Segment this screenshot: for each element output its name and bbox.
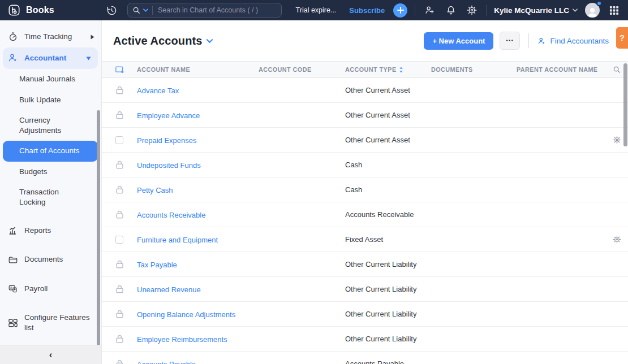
more-options-button[interactable]: ••• [500,32,520,50]
account-name-link[interactable]: Accounts Receivable [137,211,205,219]
checkbox-cell [102,236,137,244]
find-accountants-link[interactable]: Find Accountants [537,37,609,45]
table-row[interactable]: Advance TaxOther Current Asset [102,78,628,103]
table-row[interactable]: Undeposited FundsCash [102,153,628,177]
lock-icon [102,359,137,364]
sidebar-item-bulk-update[interactable]: Bulk Update [0,90,101,110]
account-type-cell: Cash [345,185,431,194]
documents-icon [8,255,18,265]
payroll-icon [8,284,18,294]
column-account-type[interactable]: ACCOUNT TYPE [345,66,431,73]
account-name-link[interactable]: Furniture and Equipment [137,236,218,244]
table-row[interactable]: Employee AdvanceOther Current Asset [102,103,628,128]
account-name-link[interactable]: Undeposited Funds [137,161,201,170]
account-name-link[interactable]: Opening Balance Adjustments [137,310,235,319]
column-parent-account-name[interactable]: PARENT ACCOUNT NAME [517,66,605,73]
recent-history-icon[interactable] [102,0,122,20]
table-row[interactable]: Accounts PayableAccounts Payable [102,352,628,364]
sidebar-item-time-tracking[interactable]: Time Tracking [0,26,101,47]
settings-gear-icon[interactable] [465,0,479,20]
account-name-link[interactable]: Petty Cash [137,186,173,194]
refer-user-icon[interactable] [423,0,437,20]
row-settings-gear-icon[interactable] [613,136,621,144]
table-row[interactable]: Accounts ReceivableAccounts Receivable [102,202,628,227]
new-account-button[interactable]: + New Account [424,32,493,50]
customize-columns-icon[interactable] [102,66,137,73]
features-icon [8,318,18,328]
page-header: Active Accounts + New Account ••• Find A… [102,20,628,61]
help-button[interactable]: ? [616,27,628,49]
global-search[interactable] [127,3,282,18]
sidebar-item-label: Reports [24,226,94,236]
table-row[interactable]: Furniture and EquipmentFixed Asset [102,227,628,252]
sidebar-item-label: Documents [24,254,94,265]
account-name-link[interactable]: Employee Reimbursements [137,335,227,344]
subscribe-link[interactable]: Subscribe [349,6,385,15]
sidebar-item-label: Accountant [24,53,80,63]
table-row[interactable]: Prepaid ExpensesOther Current Asset [102,128,628,153]
topbar-right: Trial expire... Subscribe [296,0,628,20]
sidebar-item-reports[interactable]: Reports [0,220,101,241]
table-row[interactable]: Unearned RevenueOther Current Liability [102,277,628,302]
main-scrollbar[interactable] [623,63,627,146]
org-selector[interactable]: Kylie McQuarrie LLC [494,6,578,15]
account-type-cell: Fixed Asset [345,235,431,244]
main-content: Active Accounts + New Account ••• Find A… [102,20,628,364]
sidebar-items: Time TrackingAccountantManual JournalsBu… [0,20,101,345]
column-account-name[interactable]: ACCOUNT NAME [137,66,259,73]
sidebar-item-documents[interactable]: Documents [0,249,101,270]
table-header: ACCOUNT NAME ACCOUNT CODE ACCOUNT TYPE D… [102,61,628,78]
notifications-bell-icon[interactable] [444,0,458,20]
sidebar: Time TrackingAccountantManual JournalsBu… [0,20,102,364]
sidebar-item-transaction-locking[interactable]: Transaction Locking [0,182,101,213]
account-name-link[interactable]: Tax Payable [137,261,177,269]
table-row[interactable]: Employee ReimbursementsOther Current Lia… [102,327,628,352]
lock-icon [102,111,137,119]
account-name-link[interactable]: Prepaid Expenses [137,136,197,145]
table-row[interactable]: Petty CashCash [102,177,628,202]
account-type-cell: Other Current Asset [345,136,431,144]
sidebar-item-label: Transaction Locking [19,187,94,207]
column-documents[interactable]: DOCUMENTS [431,66,517,73]
account-type-cell: Cash [345,161,431,169]
page-title: Active Accounts [113,34,202,47]
topbar-divider [486,5,487,16]
account-name-link[interactable]: Employee Advance [137,111,200,120]
search-input[interactable] [158,6,277,14]
search-scope-chevron-icon[interactable] [143,8,148,12]
account-name-link[interactable]: Unearned Revenue [137,285,201,294]
sidebar-item-label: Budgets [19,167,94,177]
lock-icon [102,185,137,194]
sidebar-item-chart-of-accounts[interactable]: Chart of Accounts [3,141,98,161]
header-actions: + New Account ••• Find Accountants [424,32,609,50]
lock-icon [102,161,137,169]
sidebar-item-currency-adjustments[interactable]: Currency Adjustments [0,110,101,141]
account-name-link[interactable]: Accounts Payable [137,360,196,364]
sidebar-item-manual-journals[interactable]: Manual Journals [0,69,101,89]
table-row[interactable]: Opening Balance AdjustmentsOther Current… [102,302,628,327]
lock-icon [102,335,137,343]
sidebar-item-payroll[interactable]: Payroll [0,278,101,300]
view-selector[interactable]: Active Accounts [113,34,213,47]
sidebar-item-accountant[interactable]: Accountant [3,47,98,69]
chevron-down-icon [86,57,91,60]
lock-icon [102,285,137,293]
stopwatch-icon [8,32,18,42]
row-settings-gear-icon[interactable] [613,235,621,244]
avatar-notification-dot [596,1,602,6]
sidebar-collapse-button[interactable]: ‹ [0,345,101,364]
quick-add-button[interactable] [393,3,407,18]
account-type-cell: Other Current Liability [345,285,431,293]
sidebar-scrollbar[interactable] [97,110,100,346]
table-row[interactable]: Tax PayableOther Current Liability [102,252,628,277]
account-name-link[interactable]: Advance Tax [137,86,179,95]
brand[interactable]: Books [0,4,102,16]
sidebar-item-configure-features[interactable]: Configure Features list [0,307,101,339]
apps-grid-icon[interactable] [607,0,621,20]
account-type-cell: Other Current Liability [345,260,431,268]
sidebar-item-label: Currency Adjustments [19,115,94,136]
row-checkbox[interactable] [115,236,123,244]
row-checkbox[interactable] [115,136,123,144]
column-account-code[interactable]: ACCOUNT CODE [259,66,345,73]
sidebar-item-budgets[interactable]: Budgets [0,162,101,182]
